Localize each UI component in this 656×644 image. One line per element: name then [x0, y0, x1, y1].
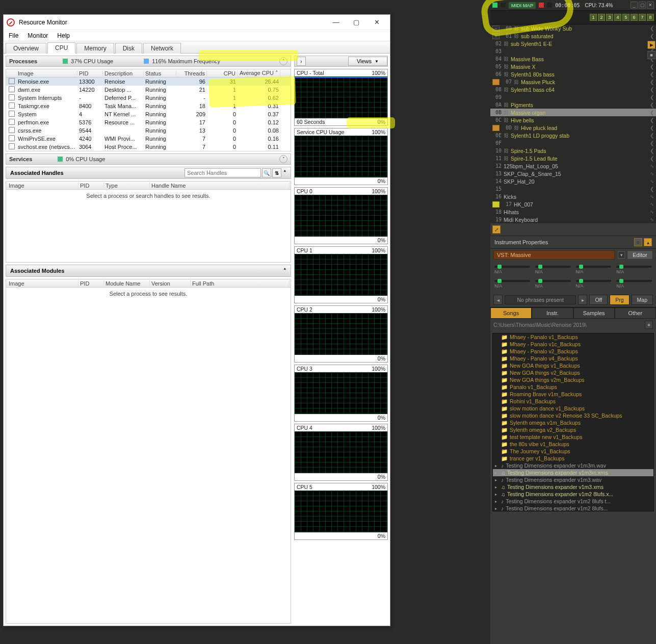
processes-columns[interactable]: Image PID Description Status Threads CPU…: [6, 69, 291, 78]
instrument-row[interactable]: 03❮: [490, 47, 656, 55]
file-row[interactable]: ▸♪Testing Dimensions expander v1m2 8lufs…: [493, 498, 653, 505]
min-button[interactable]: _: [631, 2, 638, 9]
views-dropdown[interactable]: Views▼: [348, 57, 387, 66]
modules-columns[interactable]: Image PID Module Name Version Full Path: [6, 279, 291, 288]
instrument-list[interactable]: −00⛓sub Wide Wonky Sub❮+01⛓sub saturated…: [490, 24, 656, 223]
editor-button[interactable]: Editor: [627, 250, 653, 260]
handles-columns[interactable]: Image PID Type Handle Name: [6, 182, 291, 190]
path-text[interactable]: C:\Users\Thomas\Music\Renoise 2019\: [493, 322, 587, 328]
stop-icon[interactable]: ■: [647, 51, 655, 59]
file-row[interactable]: ▸♪Testing Dimensions expander v1m3.wav: [493, 476, 653, 483]
process-row[interactable]: Taskmgr.exe8400Task Mana...Running1810.3…: [6, 102, 291, 110]
file-row[interactable]: 📁Rohini v1_Backups: [493, 398, 653, 405]
file-row[interactable]: 📁trance ger v1_Backups: [493, 455, 653, 462]
process-row[interactable]: dwm.exe14220Desktop ...Running2110.75: [6, 86, 291, 94]
instrument-row[interactable]: 05⛓Massive X❮: [490, 63, 656, 70]
phrase-prg-button[interactable]: Prg: [610, 295, 629, 305]
instrument-row[interactable]: 18Hihats∿: [490, 208, 656, 216]
file-row[interactable]: 📁The Journey v1_Backups: [493, 448, 653, 455]
max-button[interactable]: ▢: [639, 2, 646, 9]
file-row[interactable]: ▸♪Testing Dimensions expander v1m2 8lufs…: [493, 505, 653, 511]
tab-songs[interactable]: Songs: [490, 307, 532, 319]
instrument-row[interactable]: 0B⛓Massive organ❮: [490, 109, 656, 116]
process-row[interactable]: svchost.exe (netsvcs -p)3064Host Proce..…: [6, 143, 291, 151]
instrument-row[interactable]: −00⛓sub Wide Wonky Sub❮: [490, 24, 656, 32]
instrument-row[interactable]: 04⛓Massive Bass❮: [490, 55, 656, 63]
scope-button[interactable]: 1: [590, 14, 597, 21]
macro-slider[interactable]: N/A: [616, 278, 652, 290]
file-row[interactable]: 📁slow motion dance v2 Renoise 33 SC_Back…: [493, 412, 653, 419]
tab-samples[interactable]: Samples: [573, 307, 615, 319]
macro-slider[interactable]: N/A: [576, 264, 612, 275]
scope-button[interactable]: 8: [647, 14, 654, 21]
macro-slider[interactable]: N/A: [494, 278, 530, 290]
tab-memory[interactable]: Memory: [76, 43, 114, 54]
instrument-row[interactable]: 0C⛓Hive bells❮: [490, 116, 656, 124]
file-browser[interactable]: 📁Mhaey - Panalo v1_Backups📁Mhaey - Panal…: [492, 333, 654, 511]
handles-header[interactable]: Associated Handles 🔍 ⇅ ˄: [6, 167, 291, 179]
modules-header[interactable]: Associated Modules ˄: [6, 265, 291, 277]
tab-network[interactable]: Network: [143, 43, 181, 54]
scope-button[interactable]: 4: [614, 14, 621, 21]
phrase-off-button[interactable]: Off: [589, 295, 608, 305]
macro-slider[interactable]: N/A: [535, 264, 571, 275]
play-icon[interactable]: ▶: [647, 41, 655, 49]
file-row[interactable]: ▸♫Testing Dimensions expander v1m3m.xrns: [493, 469, 653, 476]
file-row[interactable]: 📁New GOA things v2_Backups: [493, 369, 653, 376]
scope-button[interactable]: 6: [631, 14, 638, 21]
file-row[interactable]: 📁Mhaey - Panalo v4_Backups: [493, 355, 653, 362]
tab-cpu[interactable]: CPU: [47, 42, 75, 54]
file-row[interactable]: 📁Mhaey - Panalo v2_Backups: [493, 348, 653, 355]
scope-button[interactable]: 7: [639, 14, 646, 21]
instrument-row[interactable]: 12125bpm_Hat_Loop_05∿: [490, 162, 656, 170]
file-row[interactable]: ▸♫Testing Dimensions expander v1m3.xrns: [493, 483, 653, 491]
search-split-icon[interactable]: ⇅: [272, 168, 281, 177]
macro-slider[interactable]: N/A: [576, 278, 612, 290]
instrument-row[interactable]: 19Midi Keyboard∿: [490, 216, 656, 223]
file-row[interactable]: 📁test template new v1_Backups: [493, 433, 653, 441]
process-row[interactable]: WmiPrvSE.exe4240WMI Provi...Running700.1…: [6, 135, 291, 143]
scope-button[interactable]: 5: [622, 14, 629, 21]
close-button[interactable]: ✕: [647, 2, 654, 9]
maximize-button[interactable]: ▢: [346, 15, 366, 30]
processes-header[interactable]: Processes 37% CPU Usage 116% Maximum Fre…: [6, 56, 291, 67]
instrument-row[interactable]: 06⛓Sylenth1 80s bass❮: [490, 70, 656, 78]
instrument-row[interactable]: +01⛓sub saturated❮: [490, 32, 656, 40]
file-row[interactable]: 📁Mhaey - Panalo v1c_Backups: [493, 341, 653, 348]
collapse-icon[interactable]: ˄: [279, 57, 287, 65]
views-collapse-icon[interactable]: ›: [297, 57, 306, 66]
instrument-row[interactable]: 16Kicks∿: [490, 193, 656, 200]
search-icon[interactable]: 🔍: [262, 168, 271, 177]
phrase-prev-icon[interactable]: ◂: [493, 295, 503, 305]
tab-disk[interactable]: Disk: [115, 43, 142, 54]
titlebar[interactable]: Resource Monitor — ▢ ✕: [4, 15, 390, 30]
instrument-row[interactable]: 17HK_007∿: [490, 200, 656, 208]
phrase-next-icon[interactable]: ▸: [578, 295, 587, 305]
macro-slider[interactable]: N/A: [535, 278, 571, 290]
file-row[interactable]: 📁Sylenth omega v2_Backups: [493, 426, 653, 433]
instrument-row[interactable]: 11⛓Spire-1.5 Lead flute❮: [490, 154, 656, 162]
midi-map-badge[interactable]: MIDI MAP: [509, 2, 536, 9]
instrument-row[interactable]: 0E⛓Sylenth1 LD proggy stab❮: [490, 132, 656, 139]
minimize-button[interactable]: —: [326, 15, 346, 30]
tab-instr[interactable]: Instr.: [532, 307, 573, 319]
file-row[interactable]: 📁Panalo v1_Backups: [493, 383, 653, 391]
file-row[interactable]: 📁New GOA things v2m_Backups: [493, 376, 653, 383]
file-row[interactable]: ▸♪Testing Dimensions expander v1m3m.wav: [493, 462, 653, 469]
services-collapse-icon[interactable]: ˅: [279, 155, 287, 163]
instrument-row[interactable]: 02⛓sub Sylenth1 E-E❮: [490, 40, 656, 47]
instrument-row[interactable]: 0D⛓Hive pluck lead❮: [490, 124, 656, 132]
tab-overview[interactable]: Overview: [6, 43, 46, 54]
phrase-map-button[interactable]: Map: [632, 295, 653, 305]
instrument-row[interactable]: 10⛓Spire-1.5 Pads❮: [490, 147, 656, 154]
list-icon[interactable]: ≡: [634, 238, 642, 246]
instrument-row[interactable]: 15❮: [490, 185, 656, 193]
macro-slider[interactable]: N/A: [616, 264, 652, 275]
file-row[interactable]: 📁New GOA things v1_Backups: [493, 362, 653, 369]
scope-button[interactable]: 2: [598, 14, 605, 21]
handles-search-input[interactable]: [185, 168, 261, 177]
scope-button[interactable]: 3: [606, 14, 613, 21]
instrument-row[interactable]: 13SKP_Clap_&_Snare_15∿: [490, 170, 656, 177]
process-row[interactable]: System Interrupts-Deferred P...Running-1…: [6, 94, 291, 102]
process-row[interactable]: System4NT Kernel ...Running20900.37: [6, 110, 291, 118]
